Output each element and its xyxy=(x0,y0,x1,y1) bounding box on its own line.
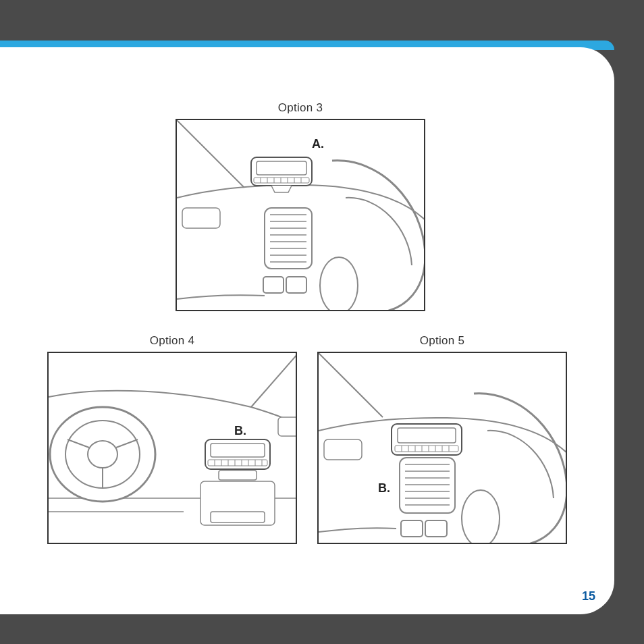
callout-label-b: B. xyxy=(378,481,390,495)
dashboard-illustration-center-vent-icon xyxy=(319,353,567,544)
figure-box: B. xyxy=(317,352,567,544)
callout-label-a: A. xyxy=(312,137,324,151)
svg-rect-10 xyxy=(263,277,284,293)
dashboard-illustration-left-wheel-icon xyxy=(49,353,297,544)
svg-rect-12 xyxy=(182,208,220,228)
svg-rect-27 xyxy=(211,512,265,522)
svg-rect-1 xyxy=(265,208,312,269)
svg-point-0 xyxy=(320,257,358,311)
svg-point-41 xyxy=(462,490,500,544)
figure-title: Option 3 xyxy=(176,101,425,115)
svg-rect-51 xyxy=(425,520,447,537)
figure-box: B. xyxy=(47,352,297,544)
page-number: 15 xyxy=(582,589,595,603)
svg-rect-39 xyxy=(219,471,257,480)
callout-label-b: B. xyxy=(234,424,246,438)
figure-option-3: Option 3 A. xyxy=(176,101,425,311)
figure-option-4: Option 4 B. xyxy=(47,334,297,544)
svg-rect-40 xyxy=(278,417,297,436)
content-area: Option 3 A. xyxy=(0,47,614,614)
svg-rect-14 xyxy=(257,161,306,175)
dashboard-illustration-right-wheel-icon xyxy=(177,120,425,311)
figure-box: A. xyxy=(176,119,425,311)
svg-rect-52 xyxy=(324,439,362,460)
svg-rect-50 xyxy=(401,520,423,537)
figure-option-5: Option 5 B. xyxy=(317,334,567,544)
svg-rect-11 xyxy=(286,277,306,293)
svg-point-25 xyxy=(88,441,117,468)
figure-title: Option 4 xyxy=(47,334,297,348)
svg-rect-29 xyxy=(211,444,265,457)
svg-rect-30 xyxy=(208,460,267,466)
page-card: Option 3 A. xyxy=(0,47,614,614)
svg-rect-54 xyxy=(398,428,456,443)
figure-title: Option 5 xyxy=(317,334,567,348)
